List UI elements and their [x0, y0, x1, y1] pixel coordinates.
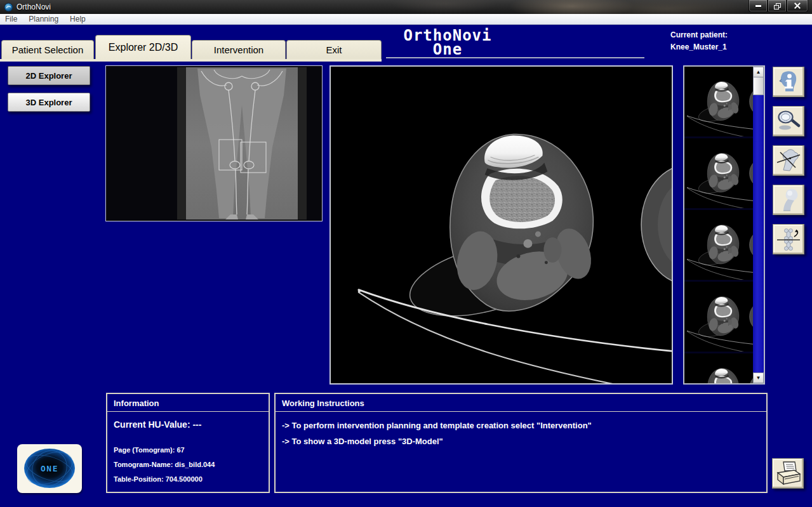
- working-instructions-panel: Working Instructions -> To perform inter…: [274, 393, 768, 493]
- one-logo: ONE: [17, 444, 82, 493]
- topogram-view[interactable]: [105, 65, 323, 221]
- axis-planning-icon: [776, 148, 801, 173]
- bone-3d-model-button[interactable]: [773, 185, 804, 215]
- current-patient: Current patient: Knee_Muster_1: [670, 29, 728, 53]
- tab-exit[interactable]: Exit: [286, 40, 382, 59]
- brand-line2: One: [381, 43, 514, 56]
- tab-baseline: [0, 59, 382, 62]
- slice-thumbnail-strip: [684, 67, 753, 383]
- menu-help[interactable]: Help: [64, 15, 91, 23]
- axis-planning-button[interactable]: [773, 145, 804, 176]
- scroll-down-button[interactable]: ▼: [753, 372, 764, 383]
- restore-button[interactable]: [768, 0, 787, 12]
- patient-info-button[interactable]: [773, 67, 804, 97]
- current-patient-name: Knee_Muster_1: [670, 41, 728, 53]
- minimize-button[interactable]: [749, 0, 768, 12]
- brand-underline: [386, 57, 644, 58]
- slice-thumbnail[interactable]: [684, 282, 753, 352]
- close-icon: [794, 3, 801, 9]
- rotate-bone-button[interactable]: [773, 224, 804, 254]
- minimize-icon: [755, 5, 761, 7]
- scroll-up-button[interactable]: ▲: [753, 67, 764, 77]
- patient-info-icon: [776, 69, 801, 95]
- slice-thumbnail[interactable]: [684, 67, 753, 136]
- information-panel: Information Current HU-Value: --- Page (…: [106, 393, 270, 493]
- scrollbar-track[interactable]: [753, 95, 764, 372]
- rotate-bone-icon: [776, 227, 801, 252]
- 2d-explorer-button[interactable]: 2D Explorer: [8, 66, 90, 85]
- slice-thumbnail-panel: ▲ ▼: [683, 65, 765, 385]
- scrollbar-thumb[interactable]: [753, 77, 764, 95]
- one-logo-image: ONE: [17, 444, 82, 493]
- magnifier-icon: [776, 109, 801, 134]
- page-tomogram: Page (Tomogram): 67: [114, 446, 262, 454]
- window-controls: [749, 0, 808, 12]
- one-logo-text: ONE: [41, 464, 58, 473]
- print-button[interactable]: [772, 458, 804, 489]
- app-icon: [4, 3, 13, 12]
- title-bar[interactable]: OrthoNovi: [0, 0, 812, 14]
- app-window: OrthoNovi File Planning Help Patient Sel…: [0, 0, 812, 507]
- magnifier-button[interactable]: [773, 106, 804, 136]
- 3d-explorer-button[interactable]: 3D Explorer: [8, 93, 90, 112]
- tab-explorer-2d-3d[interactable]: Explorer 2D/3D: [95, 35, 191, 59]
- app-brand: OrthoNovi One: [381, 29, 514, 56]
- instruction-line: -> To show a 3D-model press "3D-Model": [282, 437, 760, 446]
- bone-3d-model-icon: [776, 187, 801, 213]
- ct-slice-image: [331, 67, 672, 383]
- slice-thumbnail[interactable]: [684, 353, 753, 383]
- table-position: Table-Position: 704.500000: [114, 475, 262, 483]
- slice-thumbnail[interactable]: [684, 138, 753, 208]
- menu-planning[interactable]: Planning: [23, 15, 64, 23]
- instruction-line: -> To perform intervention planning and …: [282, 421, 760, 430]
- slice-scrollbar[interactable]: ▲ ▼: [753, 67, 764, 383]
- restore-icon: [774, 3, 780, 9]
- leg-xray-image: [106, 66, 322, 221]
- current-patient-label: Current patient:: [670, 29, 728, 41]
- hu-value: Current HU-Value: ---: [114, 419, 262, 430]
- tomogram-name: Tomogram-Name: dis_bild.044: [114, 461, 262, 468]
- tab-patient-selection[interactable]: Patient Selection: [1, 40, 94, 59]
- information-title: Information: [107, 394, 269, 412]
- ct-slice-view[interactable]: [329, 65, 673, 385]
- working-instructions-title: Working Instructions: [276, 394, 766, 412]
- slice-thumbnail[interactable]: [684, 210, 753, 280]
- print-icon: [774, 460, 802, 487]
- tab-intervention[interactable]: Intervention: [192, 40, 286, 59]
- close-button[interactable]: [787, 0, 808, 12]
- menu-bar: File Planning Help: [0, 14, 812, 25]
- menu-file[interactable]: File: [0, 15, 23, 23]
- window-title: OrthoNovi: [17, 3, 51, 11]
